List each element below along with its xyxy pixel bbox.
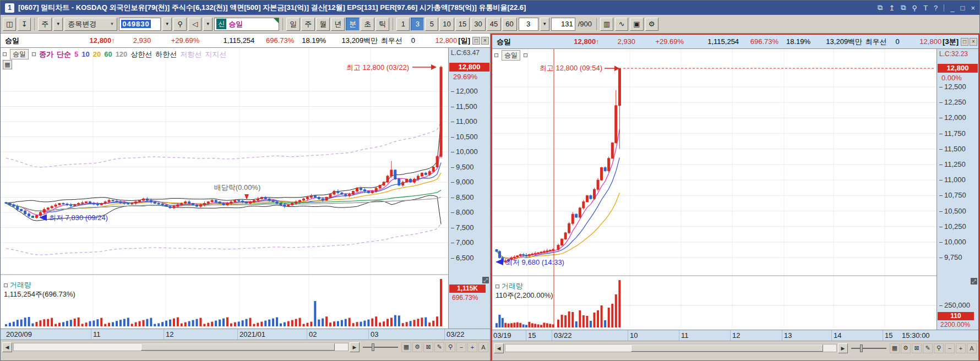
daily-time-axis[interactable]: 2020/0911122021/01020303/22: [1, 329, 490, 340]
zoom-slider[interactable]: [363, 342, 398, 352]
ma10-label[interactable]: 10: [81, 50, 89, 58]
checkbox-icon[interactable]: [496, 285, 499, 288]
period-button-초[interactable]: 초: [361, 18, 374, 31]
daily-chart-area[interactable]: 최고 12,800 (03/22)배당락(0.00%)최저 7,830 (09/…: [1, 48, 490, 329]
minute-price-volume-chart[interactable]: 최고 12,800 (09:54)최저 9,680 (14:33): [492, 49, 937, 330]
period-button-주[interactable]: 주: [301, 18, 315, 31]
maximize-button[interactable]: □: [961, 4, 965, 12]
interval-button-45[interactable]: 45: [487, 18, 501, 31]
font-icon[interactable]: T: [923, 4, 928, 12]
bar-count-input[interactable]: 131: [551, 18, 575, 31]
code-dropdown-icon[interactable]: ▼: [162, 18, 172, 31]
minute-chart-area[interactable]: 최고 12,800 (09:54)최저 9,680 (14:33) 승일 거래량…: [492, 49, 978, 330]
settings-gear-icon[interactable]: ⚙: [412, 342, 422, 352]
magnifier-icon[interactable]: ⚲: [445, 342, 455, 352]
scroll-left-icon[interactable]: ◀: [2, 342, 12, 352]
zoom-slider-handle[interactable]: [372, 343, 374, 351]
save-down-icon[interactable]: ↧: [18, 18, 31, 31]
scrollbar-track[interactable]: [13, 343, 349, 351]
ma60-label[interactable]: 60: [104, 50, 112, 58]
zoom-slider-handle[interactable]: [860, 344, 863, 352]
support-label[interactable]: 지지선: [205, 50, 226, 59]
daily-price-axis[interactable]: L.C:63.47 12,800 29.69% ⤢ 1,115K 696.73%…: [448, 48, 490, 329]
resistance-label[interactable]: 저항선: [180, 50, 202, 59]
week-quick-button[interactable]: 주: [38, 18, 52, 31]
ma20-label[interactable]: 20: [93, 50, 101, 58]
lower-band-label[interactable]: 하한선: [155, 50, 177, 59]
stock-code-input[interactable]: 049830: [119, 18, 161, 31]
zoom-out-button[interactable]: −: [456, 342, 466, 352]
draw-tool-icon[interactable]: ✎: [923, 343, 933, 353]
chart-settings-icon[interactable]: ⚙: [645, 18, 658, 31]
zoom-in-button[interactable]: +: [956, 343, 966, 353]
draw-tool-icon[interactable]: ✎: [434, 342, 444, 352]
quote-grid-icon[interactable]: ▦: [3, 60, 12, 69]
period-button-틱[interactable]: 틱: [375, 18, 389, 31]
minimize-button[interactable]: _: [950, 4, 954, 12]
help-icon[interactable]: ?: [934, 4, 938, 12]
ma120-label[interactable]: 120: [116, 50, 128, 58]
interval-button-10[interactable]: 10: [439, 18, 454, 31]
pane-close-button[interactable]: ×: [481, 37, 489, 45]
pane-restore-button[interactable]: □: [961, 38, 968, 46]
crosshair-icon[interactable]: ⊠: [912, 343, 922, 353]
duplicate-window-icon[interactable]: ⧉: [901, 3, 906, 12]
close-price-label[interactable]: 종가: [39, 50, 53, 59]
minute-price-axis[interactable]: L.C:32.23 12,800 0.00% ⤢ 250,000 110 220…: [937, 49, 978, 330]
layout-grid-icon[interactable]: ▦: [890, 343, 900, 353]
magnifier-icon[interactable]: ⚲: [934, 343, 944, 353]
scrollbar-thumb[interactable]: [141, 343, 335, 351]
minute-select-dropdown-icon[interactable]: ▼: [540, 18, 549, 31]
period-button-년[interactable]: 년: [331, 18, 345, 31]
checkbox-icon[interactable]: [4, 283, 8, 287]
interval-button-60[interactable]: 60: [502, 18, 516, 31]
stock-name-field[interactable]: 신 승일: [214, 18, 279, 31]
indicator-stock-button[interactable]: 승일: [502, 50, 520, 61]
speaker-icon[interactable]: ◁: [188, 18, 202, 31]
period-button-분[interactable]: 분: [346, 18, 360, 31]
interval-button-3[interactable]: 3: [411, 18, 424, 31]
scrollbar-thumb[interactable]: [631, 344, 823, 352]
pane-close-button[interactable]: ×: [970, 38, 977, 46]
ma-type-label[interactable]: 단순: [57, 50, 71, 59]
interval-button-30[interactable]: 30: [471, 18, 485, 31]
minute-time-axis[interactable]: 03/191503/2210111213141515:30:00: [492, 330, 978, 341]
add-trendline-icon[interactable]: ∿: [615, 18, 628, 31]
popout-icon[interactable]: ⧉: [878, 3, 883, 12]
checkbox-icon[interactable]: [3, 52, 7, 56]
close-button[interactable]: ×: [971, 4, 975, 12]
pane-restore-button[interactable]: □: [472, 37, 480, 45]
add-indicator-icon[interactable]: ▥: [600, 18, 613, 31]
auto-scale-button[interactable]: A: [478, 342, 488, 352]
expand-icon[interactable]: ⤢: [482, 277, 489, 283]
speaker-dropdown-icon[interactable]: ▼: [203, 18, 213, 31]
week-dropdown-icon[interactable]: ▼: [53, 18, 63, 31]
zoom-slider[interactable]: [851, 343, 886, 353]
expand-icon[interactable]: ⤢: [971, 278, 977, 285]
save-chart-icon[interactable]: ▣: [630, 18, 643, 31]
upper-band-label[interactable]: 상한선: [130, 50, 152, 59]
ma5-label[interactable]: 5: [74, 50, 78, 58]
checkbox-icon[interactable]: [32, 52, 36, 56]
scroll-right-icon[interactable]: ▶: [838, 343, 848, 353]
settings-gear-icon[interactable]: ⚙: [901, 343, 911, 353]
search-icon[interactable]: ⚲: [173, 18, 187, 31]
zoom-out-button[interactable]: −: [945, 343, 955, 353]
checkbox-icon[interactable]: [494, 53, 498, 57]
pin-icon[interactable]: ⚲: [912, 4, 918, 12]
daily-price-volume-chart[interactable]: 최고 12,800 (03/22)배당락(0.00%)최저 7,830 (09/…: [1, 48, 449, 329]
interval-button-1[interactable]: 1: [396, 18, 410, 31]
interval-button-5[interactable]: 5: [425, 18, 438, 31]
zoom-in-button[interactable]: +: [467, 342, 477, 352]
stock-change-button[interactable]: 종목변경 ▼: [64, 18, 117, 31]
scrollbar-track[interactable]: [505, 344, 837, 352]
layout-grid-icon[interactable]: ▦: [401, 342, 411, 352]
auto-scale-button[interactable]: A: [967, 343, 977, 353]
scroll-left-icon[interactable]: ◀: [494, 343, 504, 353]
align-top-icon[interactable]: ↥: [889, 4, 895, 12]
scroll-right-icon[interactable]: ▶: [350, 342, 360, 352]
period-button-월[interactable]: 월: [316, 18, 330, 31]
interval-button-15[interactable]: 15: [455, 18, 470, 31]
crosshair-icon[interactable]: ⊠: [423, 342, 433, 352]
minute-select[interactable]: 3: [519, 18, 538, 31]
